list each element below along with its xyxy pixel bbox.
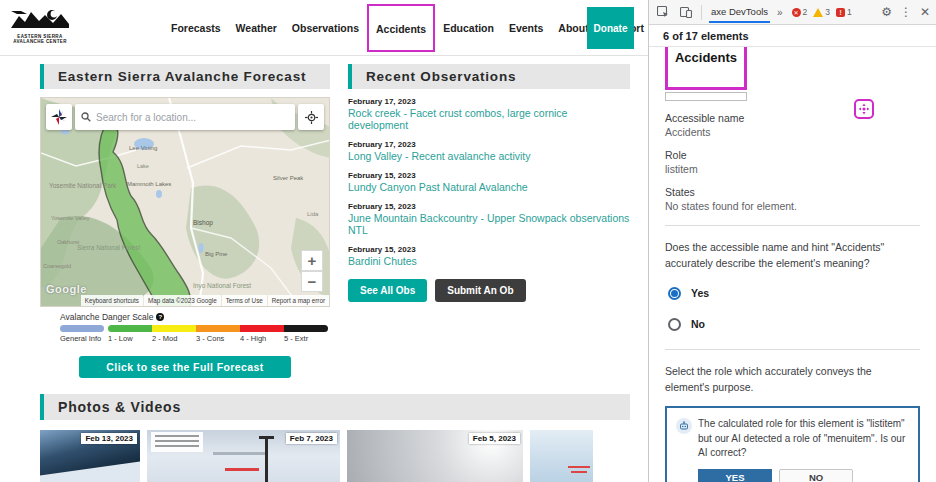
danger-seg-high[interactable] [240, 325, 284, 332]
error-count-badge[interactable]: ✕ 2 [792, 7, 808, 17]
settings-gear-icon[interactable]: ⚙ [881, 5, 892, 19]
error-icon: ✕ [792, 8, 801, 17]
photo-thumbnail[interactable]: Feb 7, 2023 [147, 430, 340, 482]
radio-option-no[interactable]: No [668, 318, 920, 331]
site-logo[interactable]: EASTERN SIERRA AVALANCHE CENTER [9, 8, 71, 48]
page-content: Eastern Sierra Avalanche Forecast [0, 56, 648, 482]
map-label-bishop: Bishop [193, 219, 213, 227]
map-label-mammoth: Mammoth Lakes [127, 181, 171, 187]
danger-seg-general[interactable] [60, 325, 104, 332]
map-label-lida: Lida [307, 211, 319, 217]
locate-me-button[interactable] [298, 104, 324, 130]
radio-option-yes[interactable]: Yes [668, 287, 920, 300]
devtools-menu-icon[interactable]: ⋮ [900, 5, 912, 19]
highlight-element-button[interactable] [854, 99, 874, 119]
devtools-toolbar: axe DevTools » ✕ 2 3 ! 1 ⚙ ⋮ ✕ [649, 0, 936, 25]
map-terms-link[interactable]: Terms of Use [222, 295, 267, 306]
observation-item: February 15, 2023 June Mountain Backcoun… [348, 202, 630, 236]
map-keyboard-shortcuts[interactable]: Keyboard shortcuts [81, 295, 143, 306]
nav-weather[interactable]: Weather [236, 22, 277, 34]
photo-thumbnail[interactable] [530, 430, 593, 482]
avalanche-center-map-logo[interactable] [46, 104, 72, 130]
element-preview-context [665, 92, 747, 101]
devtools-panel: axe DevTools » ✕ 2 3 ! 1 ⚙ ⋮ ✕ [648, 0, 936, 482]
more-tabs-icon[interactable]: » [777, 7, 783, 18]
map-data-copyright: Map data ©2023 Google [144, 295, 221, 306]
inspect-element-icon[interactable] [655, 4, 671, 20]
map-label-lake: Lake [137, 163, 149, 169]
danger-seg-low[interactable] [108, 325, 152, 332]
snow-probe [265, 436, 268, 482]
compass-logo-icon [50, 108, 68, 126]
role-question: Select the role which accurately conveys… [665, 363, 920, 396]
observation-item: February 17, 2023 Long Valley - Recent a… [348, 140, 630, 162]
observation-link[interactable]: Lundy Canyon Past Natural Avalanche [348, 181, 630, 193]
map-zoom-out-button[interactable]: − [301, 271, 323, 292]
igt-inspect-content: Accidents Accessible name Accidents Role… [649, 47, 936, 482]
donate-button[interactable]: Donate [587, 7, 634, 49]
ai-yes-button[interactable]: YES [698, 469, 772, 482]
close-devtools-icon[interactable]: ✕ [920, 5, 930, 19]
nav-about[interactable]: About [558, 22, 588, 34]
ai-no-button[interactable]: NO [779, 469, 853, 482]
device-toolbar-icon[interactable] [678, 4, 694, 20]
photo-annotation [225, 468, 259, 471]
map-label-lee-vining: Lee Vining [129, 145, 157, 151]
ai-suggestion-text: The calculated role for this element is … [698, 417, 909, 461]
map-label-silver-peak: Silver Peak [273, 175, 304, 181]
danger-seg-moderate[interactable] [152, 325, 196, 332]
avalanche-danger-scale: Avalanche Danger Scale ? Gener [40, 312, 330, 343]
warning-icon [813, 8, 823, 17]
main-nav: Forecasts Weather Observations Accidents… [171, 17, 644, 39]
accessible-name-value: Accidents [665, 126, 920, 138]
danger-label-general: General Info [60, 334, 104, 343]
search-icon [81, 112, 91, 122]
locate-target-icon [305, 111, 318, 124]
map-label-yosemite-valley: Yosemite Valley [51, 215, 90, 221]
radio-yes-icon[interactable] [668, 287, 681, 300]
photos-section-title: Photos & Videos [40, 394, 630, 420]
map-zoom-in-button[interactable]: + [301, 250, 323, 271]
nav-observations[interactable]: Observations [292, 22, 359, 34]
observation-link[interactable]: June Mountain Backcountry - Upper Snowpa… [348, 212, 630, 236]
site-header: EASTERN SIERRA AVALANCHE CENTER Forecast… [0, 0, 648, 56]
submit-ob-button[interactable]: Submit An Ob [435, 279, 525, 302]
danger-seg-extreme[interactable] [284, 325, 328, 332]
photo-annotation [213, 452, 265, 455]
nav-education[interactable]: Education [443, 22, 494, 34]
radio-no-icon[interactable] [668, 318, 681, 331]
map-label-coarsegold: Coarsegold [43, 263, 71, 269]
see-all-obs-button[interactable]: See All Obs [348, 279, 427, 302]
forecast-map[interactable]: Yosemite National Park Yosemite Valley L… [40, 97, 330, 307]
warning-count-badge[interactable]: 3 [813, 7, 830, 17]
danger-label-extreme: 5 - Extr [284, 334, 328, 343]
nav-accidents[interactable]: Accidents [376, 23, 426, 35]
danger-label-considerable: 3 - Cons [196, 334, 240, 343]
map-report-error-link[interactable]: Report a map error [268, 295, 329, 306]
photo-thumbnail[interactable]: Feb 5, 2023 [347, 430, 523, 482]
forecast-section-title: Eastern Sierra Avalanche Forecast [40, 64, 330, 89]
help-icon[interactable]: ? [156, 313, 164, 321]
observation-link[interactable]: Bardini Chutes [348, 255, 630, 267]
tab-axe-devtools[interactable]: axe DevTools [709, 1, 770, 23]
danger-seg-considerable[interactable] [196, 325, 240, 332]
issue-count-badge[interactable]: ! 1 [836, 7, 852, 17]
states-value: No states found for element. [665, 200, 920, 212]
observation-link[interactable]: Long Valley - Recent avalanche activity [348, 150, 630, 162]
map-search-input[interactable] [96, 112, 289, 123]
nav-forecasts[interactable]: Forecasts [171, 22, 221, 34]
map-label-big-pine: Big Pine [205, 251, 228, 257]
photo-date-badge: Feb 13, 2023 [81, 433, 137, 444]
danger-label-low: 1 - Low [108, 334, 152, 343]
ai-robot-icon [676, 418, 692, 434]
accidents-highlight-box: Accidents [367, 4, 435, 52]
observation-date: February 15, 2023 [348, 202, 630, 211]
states-label: States [665, 186, 920, 198]
observation-link[interactable]: Rock creek - Facet crust combos, large c… [348, 107, 630, 131]
nav-events[interactable]: Events [509, 22, 543, 34]
issue-icon: ! [836, 8, 845, 17]
radio-no-label: No [691, 318, 705, 330]
full-forecast-button[interactable]: Click to see the Full Forecast [79, 356, 291, 378]
role-value: listitem [665, 163, 920, 175]
photo-thumbnail[interactable]: Feb 13, 2023 [40, 430, 140, 482]
